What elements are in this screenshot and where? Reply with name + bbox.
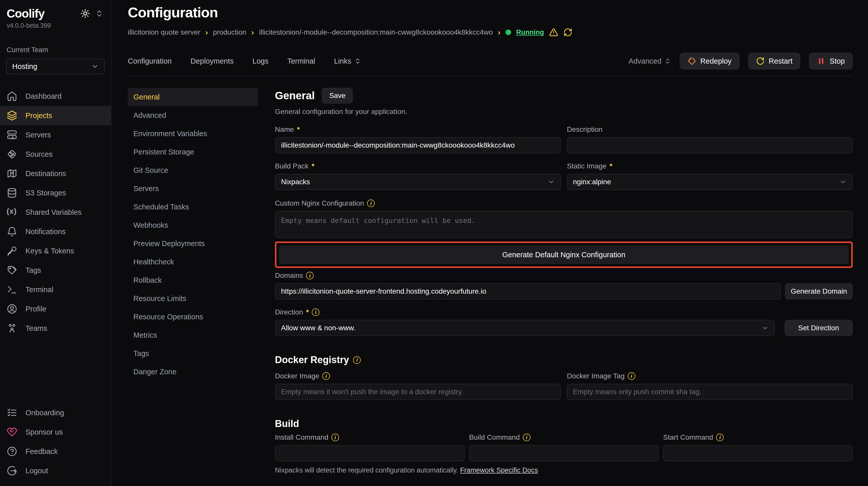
advanced-dropdown[interactable]: Advanced [628,57,671,65]
start-command-input[interactable] [663,445,853,461]
refresh-icon[interactable] [563,28,572,37]
subnav-item-git-source[interactable]: Git Source [128,161,258,180]
sidebar-item-dashboard[interactable]: Dashboard [0,87,111,106]
sidebar-item-servers[interactable]: Servers [0,125,111,144]
terminal-icon [7,284,17,295]
form-subtitle: General configuration for your applicati… [275,108,853,116]
redeploy-button[interactable]: Redeploy [680,53,740,69]
build-pack-select[interactable]: Nixpacks [275,174,561,190]
subnav-item-danger-zone[interactable]: Danger Zone [128,363,258,381]
restart-button[interactable]: Restart [748,53,800,69]
save-button[interactable]: Save [322,88,353,103]
tab-terminal[interactable]: Terminal [287,57,315,65]
static-image-select[interactable]: nginx:alpine [567,174,853,190]
sidebar-footer-item-feedback[interactable]: Feedback [0,442,111,461]
team-select[interactable]: Hosting [6,59,105,74]
sidebar-footer-item-label: Feedback [26,447,58,456]
logout-icon [7,465,17,476]
generate-domain-button[interactable]: Generate Domain [785,283,853,299]
tab-logs[interactable]: Logs [252,57,269,65]
map-icon [7,168,17,179]
tab-deployments[interactable]: Deployments [191,57,234,65]
chevron-down-icon [548,179,555,186]
subnav-item-healthcheck[interactable]: Healthcheck [128,253,258,271]
subnav-item-label: Webhooks [133,221,168,229]
subnav-item-label: Environment Variables [133,130,207,138]
description-input[interactable] [567,137,853,154]
info-icon[interactable]: i [716,433,724,441]
direction-select[interactable]: Allow www & non-www. [275,320,775,336]
generate-default-nginx-button[interactable]: Generate Default Nginx Configuration [279,246,849,264]
subnav-item-webhooks[interactable]: Webhooks [128,216,258,234]
subnav-item-resource-operations[interactable]: Resource Operations [128,307,258,326]
breadcrumb: illicitonion quote server › production ›… [128,28,853,37]
docker-image-tag-label: Docker Image Tag i [567,372,853,380]
settings-subnav: General Advanced Environment Variables P… [128,88,258,486]
subnav-item-persistent-storage[interactable]: Persistent Storage [128,143,258,161]
subnav-item-metrics[interactable]: Metrics [128,326,258,344]
subnav-item-tags[interactable]: Tags [128,344,258,363]
sidebar-item-label: Servers [26,131,51,139]
breadcrumb-environment[interactable]: production [213,28,246,36]
sidebar-item-sources[interactable]: Sources [0,144,111,164]
sidebar-item-projects[interactable]: Projects [0,106,111,125]
stop-button[interactable]: Stop [809,53,853,69]
sidebar-item-profile[interactable]: Profile [0,299,111,319]
warning-triangle-icon[interactable] [549,28,558,37]
sidebar-nav: Dashboard Projects Servers Sources Desti… [0,87,111,338]
nginx-config-label: Custom Nginx Configuration i [275,199,853,207]
info-icon[interactable]: i [367,199,375,207]
sidebar-item-tags[interactable]: Tags [0,261,111,280]
sidebar-item-label: Notifications [26,227,66,236]
tab-configuration[interactable]: Configuration [128,57,172,65]
breadcrumb-project[interactable]: illicitonion quote server [128,28,200,36]
variables-icon: (x) [7,207,17,218]
subnav-item-scheduled-tasks[interactable]: Scheduled Tasks [128,198,258,216]
sidebar-item-notifications[interactable]: Notifications [0,222,111,241]
tab-links[interactable]: Links [334,57,361,65]
sidebar-item-destinations[interactable]: Destinations [0,164,111,183]
sidebar-footer-item-sponsor-us[interactable]: Sponsor us [0,422,111,442]
restart-label: Restart [769,57,793,65]
subnav-item-advanced[interactable]: Advanced [128,106,258,124]
sidebar-footer-item-logout[interactable]: Logout [0,461,111,480]
subnav-item-preview-deployments[interactable]: Preview Deployments [128,234,258,253]
docker-image-tag-input[interactable] [567,384,853,400]
subnav-item-label: Danger Zone [133,368,177,376]
install-command-input[interactable] [275,445,465,461]
name-input[interactable] [275,137,561,154]
subnav-item-resource-limits[interactable]: Resource Limits [128,289,258,307]
framework-docs-link[interactable]: Framework Specific Docs [460,466,538,474]
sidebar-item-terminal[interactable]: Terminal [0,280,111,299]
checklist-icon [7,408,17,418]
info-icon[interactable]: i [353,356,361,364]
subnav-item-label: Tags [133,349,149,358]
sidebar-footer-item-onboarding[interactable]: Onboarding [0,403,111,422]
info-icon[interactable]: i [306,272,314,280]
sidebar-item-label: Tags [26,266,41,274]
theme-selector-chevrons-icon[interactable] [95,9,103,18]
subnav-item-servers[interactable]: Servers [128,180,258,198]
theme-toggle-sun-icon[interactable] [81,9,90,18]
breadcrumb-application[interactable]: illicitestonion/-module--decomposition:m… [259,28,493,36]
info-icon[interactable]: i [523,433,530,441]
set-direction-button[interactable]: Set Direction [784,320,853,336]
sidebar-item-keys-tokens[interactable]: Keys & Tokens [0,241,111,261]
subnav-item-environment-variables[interactable]: Environment Variables [128,124,258,143]
bell-icon [7,226,17,237]
docker-image-input[interactable] [275,384,561,400]
server-icon [7,130,17,140]
info-icon[interactable]: i [312,309,319,316]
build-command-input[interactable] [469,445,659,461]
info-icon[interactable]: i [322,372,330,380]
sidebar-item-s3-storages[interactable]: S3 Storages [0,183,111,202]
info-icon[interactable]: i [332,433,339,441]
nginx-config-textarea[interactable] [275,211,853,238]
domains-input[interactable] [275,283,781,299]
subnav-item-general[interactable]: General [128,88,258,106]
sidebar-item-teams[interactable]: Teams [0,319,111,338]
info-icon[interactable]: i [628,372,636,380]
sidebar-item-shared-variables[interactable]: (x) Shared Variables [0,202,111,222]
subnav-item-rollback[interactable]: Rollback [128,271,258,289]
status-running-link[interactable]: Running [516,29,544,36]
